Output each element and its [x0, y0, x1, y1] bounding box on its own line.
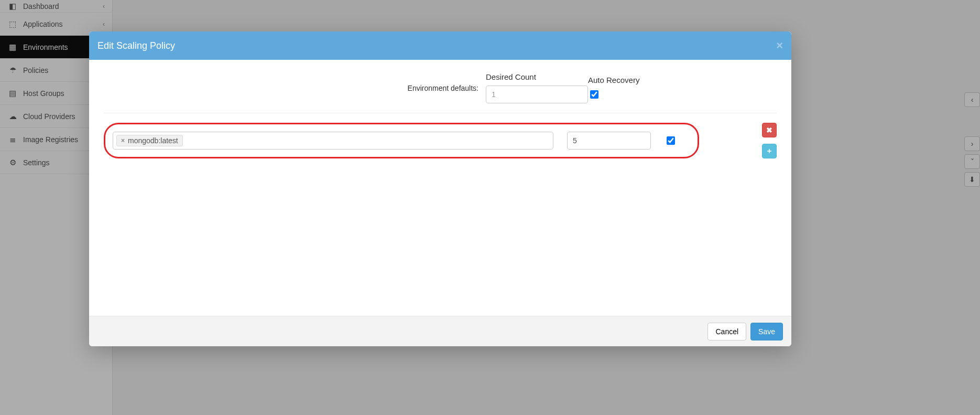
image-tag-label: mongodb:latest — [128, 136, 178, 145]
rule-count-input[interactable] — [567, 132, 651, 150]
default-count-input[interactable] — [486, 86, 588, 103]
highlight-box: × mongodb:latest — [104, 123, 699, 158]
image-tag: × mongodb:latest — [116, 135, 183, 146]
edit-scaling-policy-modal: Edit Scaling Policy × Environment defaul… — [89, 31, 791, 346]
desired-count-header: Desired Count — [486, 72, 588, 81]
remove-rule-button[interactable]: ✖ — [762, 123, 777, 137]
defaults-row: Environment defaults: Desired Count Auto… — [104, 72, 777, 113]
modal-header: Edit Scaling Policy × — [89, 31, 791, 60]
close-icon[interactable]: × — [776, 40, 783, 51]
remove-tag-icon[interactable]: × — [121, 137, 125, 144]
defaults-label: Environment defaults: — [408, 84, 478, 92]
default-auto-recovery-checkbox[interactable] — [590, 90, 598, 99]
image-tag-input[interactable]: × mongodb:latest — [113, 132, 553, 150]
modal-footer: Cancel Save — [89, 316, 791, 346]
add-rule-button[interactable]: ＋ — [762, 144, 777, 158]
save-button[interactable]: Save — [750, 323, 783, 340]
cancel-button[interactable]: Cancel — [707, 323, 746, 340]
auto-recovery-header: Auto Recovery — [588, 76, 646, 84]
rule-auto-recovery-checkbox[interactable] — [667, 136, 675, 145]
rule-row: × mongodb:latest ✖ ＋ — [104, 123, 777, 158]
modal-body: Environment defaults: Desired Count Auto… — [89, 60, 791, 316]
modal-title: Edit Scaling Policy — [97, 40, 175, 51]
